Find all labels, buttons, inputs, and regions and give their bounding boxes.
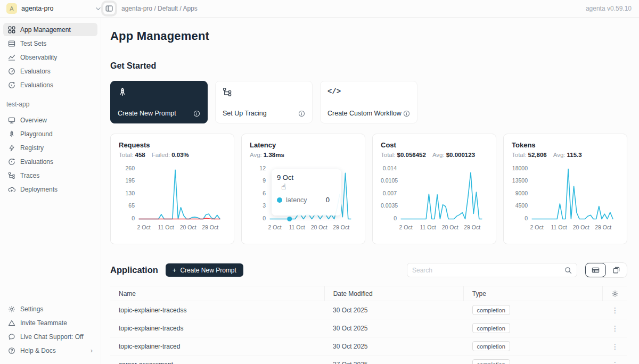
type-badge: completion: [472, 341, 510, 351]
type-badge: completion: [472, 305, 510, 315]
chart-title: Requests: [119, 141, 226, 149]
sidebar-item-invite-teammate[interactable]: Invite Teammate: [3, 316, 97, 329]
chart-title: Latency: [250, 141, 357, 149]
sidebar-item-label: Traces: [20, 172, 39, 179]
chart-stats: Total:$0.056452 Avg:$0.000123: [381, 152, 488, 158]
row-actions-kebab-icon[interactable]: ⋮: [611, 361, 619, 364]
sidebar-item-label: Observability: [20, 54, 57, 61]
branch-icon: [8, 172, 15, 179]
app-name: topic-explainer-traceds: [110, 325, 324, 332]
table-row[interactable]: topic-explainer-traceds 30 Oct 2025 comp…: [110, 319, 627, 337]
sidebar-item-overview[interactable]: Overview: [3, 113, 97, 127]
sidebar-item-label: Registry: [20, 144, 44, 152]
rocket-icon: [8, 130, 15, 138]
sidebar-item-label: Overview: [20, 117, 47, 124]
legend-dot: [277, 197, 282, 203]
sidebar-item-evaluations[interactable]: Evaluations: [3, 78, 97, 92]
column-header-date-modified[interactable]: Date Modified: [324, 286, 463, 301]
info-icon[interactable]: [403, 110, 410, 117]
search-icon[interactable]: [564, 267, 572, 274]
topbar: A agenta-pro agenta-pro / Default / Apps…: [0, 0, 639, 18]
card-label: Create Custom Workflow: [327, 110, 402, 117]
x-axis-labels: 2 Oct11 Oct20 Oct29 Oct: [270, 224, 351, 233]
application-heading: Application: [110, 265, 158, 275]
tooltip-series-label: latency: [286, 196, 307, 204]
sidebar-item-label: Evaluations: [20, 158, 53, 166]
sidebar-item-live-chat-support[interactable]: Live Chat Support: Off: [3, 330, 97, 343]
sidebar-item-registry[interactable]: Registry: [3, 141, 97, 154]
sidebar: App Management Test Sets Observability E…: [0, 18, 101, 364]
table-view-button[interactable]: [585, 263, 606, 277]
sidebar-item-observability[interactable]: Observability: [3, 51, 97, 64]
row-actions-kebab-icon[interactable]: ⋮: [611, 343, 619, 350]
sidebar-item-app-evaluations[interactable]: Evaluations: [3, 155, 97, 168]
table-row[interactable]: topic-explainer-tracedss 30 Oct 2025 com…: [110, 301, 627, 319]
sidebar-item-settings[interactable]: Settings: [3, 302, 97, 316]
create-custom-workflow-card[interactable]: </> Create Custom Workflow: [320, 81, 417, 123]
y-axis-labels: 0.0140.01050.0070.00350: [381, 166, 401, 221]
row-actions-kebab-icon[interactable]: ⋮: [611, 307, 619, 314]
application-header: Application + Create New Prompt: [110, 262, 627, 278]
sidebar-item-help-docs[interactable]: Help & Docs ›: [3, 344, 97, 357]
sidebar-item-app-management[interactable]: App Management: [3, 23, 97, 36]
app-name: career-assessment: [110, 361, 324, 364]
table-settings-gear-icon[interactable]: [611, 290, 619, 297]
sidebar-item-label: Settings: [20, 305, 43, 313]
table-icon: [8, 40, 15, 47]
sidebar-item-test-sets[interactable]: Test Sets: [3, 37, 97, 50]
workspace-switcher[interactable]: A agenta-pro: [6, 3, 101, 14]
line-chart[interactable]: 2 Oct11 Oct20 Oct29 Oct: [139, 166, 220, 221]
set-up-tracing-card[interactable]: Set Up Tracing: [215, 81, 313, 123]
y-axis-labels: 1800013500900045000: [512, 166, 532, 221]
type-badge: completion: [472, 359, 510, 364]
app-date: 30 Oct 2025: [324, 337, 463, 355]
column-header-type[interactable]: Type: [463, 286, 602, 301]
cloud-icon: [8, 186, 15, 193]
row-actions-kebab-icon[interactable]: ⋮: [611, 325, 619, 332]
sidebar-item-label: Evaluations: [20, 81, 53, 89]
card-label: Set Up Tracing: [223, 110, 267, 117]
sidebar-item-label: Test Sets: [20, 40, 46, 47]
sidebar-item-evaluators[interactable]: Evaluators: [3, 64, 97, 78]
chevron-right-icon: ›: [91, 346, 93, 354]
view-toggle: [585, 262, 627, 278]
page-title: App Management: [110, 29, 627, 43]
card-label: Create New Prompt: [118, 110, 176, 117]
table-row[interactable]: topic-explainer-traced 30 Oct 2025 compl…: [110, 337, 627, 355]
code-icon: </>: [327, 87, 410, 98]
sidebar-item-label: App Management: [20, 26, 71, 34]
chat-bubble-icon: [8, 333, 15, 341]
app-date: 30 Oct 2025: [324, 301, 463, 319]
sidebar-item-deployments[interactable]: Deployments: [3, 183, 97, 196]
table-row[interactable]: career-assessment 27 Oct 2025 completion…: [110, 355, 627, 364]
refresh-circle-icon: [8, 81, 15, 89]
search-box[interactable]: [407, 263, 577, 277]
sidebar-item-traces[interactable]: Traces: [3, 169, 97, 182]
version-label: agenta v0.59.10: [586, 5, 632, 12]
sidebar-item-label: Playground: [20, 130, 53, 138]
line-chart[interactable]: 2 Oct11 Oct20 Oct29 Oct: [401, 166, 482, 221]
create-new-prompt-button[interactable]: + Create New Prompt: [166, 263, 243, 277]
chart-stats: Total:52,806 Avg:115.3: [512, 152, 619, 158]
search-input[interactable]: [412, 267, 564, 274]
breadcrumb[interactable]: agenta-pro / Default / Apps: [121, 5, 198, 12]
app-date: 30 Oct 2025: [324, 319, 463, 337]
app-date: 27 Oct 2025: [324, 355, 463, 364]
line-chart[interactable]: 2 Oct11 Oct20 Oct29 Oct: [532, 166, 613, 221]
rocket-icon: [118, 87, 200, 98]
grid-icon: [8, 26, 15, 34]
tooltip-value: 0: [326, 196, 330, 204]
app-name: topic-explainer-traced: [110, 343, 324, 350]
column-header-name[interactable]: Name: [110, 290, 324, 297]
triangle-icon: [8, 319, 15, 327]
info-icon[interactable]: [298, 110, 305, 117]
sidebar-toggle-button[interactable]: [101, 1, 117, 16]
create-new-prompt-card[interactable]: Create New Prompt: [110, 81, 208, 123]
info-icon[interactable]: [193, 110, 200, 117]
card-view-button[interactable]: [606, 263, 627, 277]
requests-chart-card: Requests Total:458 Failed:0.03% 26019513…: [110, 134, 234, 244]
monitor-icon: [8, 117, 15, 124]
sidebar-item-playground[interactable]: Playground: [3, 127, 97, 140]
line-chart-icon: [8, 54, 15, 61]
applications-table: Name Date Modified Type topic-explainer-…: [110, 286, 627, 364]
